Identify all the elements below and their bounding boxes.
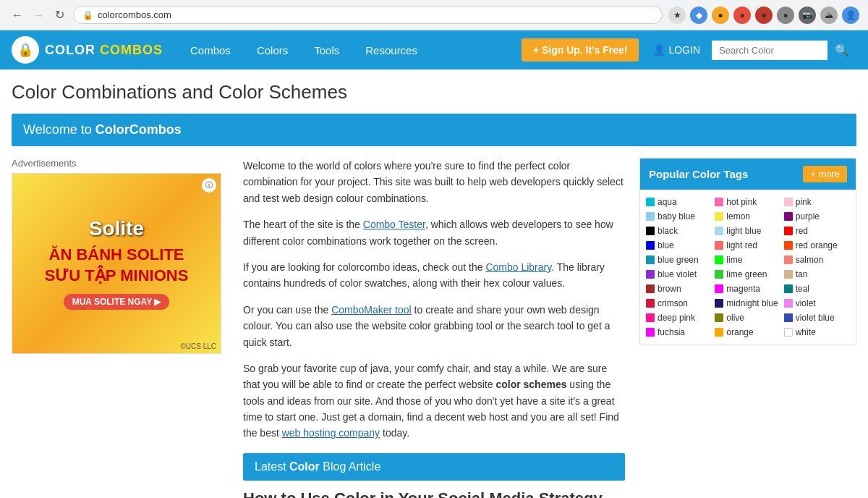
content-text: Welcome to the world of colors where you… [243, 158, 625, 442]
tag-item[interactable]: tan [784, 268, 850, 281]
tag-item[interactable]: brown [646, 282, 712, 295]
tag-item[interactable]: lemon [715, 210, 780, 223]
tag-label: pink [796, 197, 812, 207]
ad-info-icon[interactable]: ⓘ [202, 178, 216, 193]
tag-swatch [646, 212, 655, 221]
ext-icon-6[interactable]: 📷 [799, 7, 816, 24]
tag-item[interactable]: hot pink [715, 195, 780, 208]
tag-item[interactable]: blue [646, 239, 712, 252]
tag-item[interactable]: violet [784, 297, 850, 310]
bookmark-icon[interactable]: ★ [668, 7, 686, 24]
combo-library-link[interactable]: Combo Library [485, 261, 551, 273]
tags-grid: aquahot pinkpinkbaby bluelemonpurpleblac… [640, 190, 856, 345]
navbar: 🔒 COLOR COMBOs Combos Colors Tools Resou… [0, 30, 868, 69]
blog-title[interactable]: How to Use Color in Your Social Media St… [243, 489, 625, 498]
main-layout: Advertisements ⓘ Solite ĂN BÁNH SOLITESƯ… [12, 158, 856, 498]
tag-label: tan [796, 269, 808, 279]
tag-item[interactable]: lime green [715, 268, 780, 281]
tag-item[interactable]: orange [715, 326, 780, 339]
ad-ucs: ©UCS LLC [180, 342, 216, 350]
signup-button[interactable]: + Sign Up. It's Free! [522, 38, 639, 62]
ext-icon-7[interactable]: ⛰ [820, 7, 838, 24]
profile-icon[interactable]: 👤 [842, 7, 859, 24]
nav-tools[interactable]: Tools [301, 30, 352, 69]
tag-swatch [646, 299, 655, 308]
tag-label: blue [658, 240, 674, 250]
tag-item[interactable]: teal [784, 282, 850, 295]
ads-label: Advertisements [12, 158, 229, 169]
combo-maker-link[interactable]: ComboMaker tool [331, 304, 412, 316]
nav-combos[interactable]: Combos [177, 30, 244, 69]
tag-item[interactable]: midnight blue [715, 297, 780, 310]
ext-icon-2[interactable]: ● [712, 7, 729, 24]
welcome-plain: Welcome to [23, 122, 95, 137]
latest-bold: Color [289, 460, 320, 473]
tag-item[interactable]: magenta [715, 282, 780, 295]
tag-item[interactable]: crimson [646, 297, 712, 310]
tag-label: lemon [726, 211, 750, 221]
tag-swatch [784, 198, 793, 206]
tag-item[interactable]: purple [784, 210, 850, 223]
tag-item[interactable]: deep pink [646, 311, 712, 324]
url-text: colorcombos.com [98, 9, 171, 20]
tag-item[interactable]: olive [715, 311, 780, 324]
tag-swatch [784, 313, 793, 322]
browser-nav[interactable]: ← → ↻ [9, 7, 67, 23]
tag-item[interactable]: aqua [646, 195, 712, 208]
tag-item[interactable]: salmon [784, 253, 850, 266]
logo-area[interactable]: 🔒 COLOR COMBOs [12, 36, 163, 64]
login-area[interactable]: 👤 LOGIN [653, 44, 700, 56]
tag-swatch [646, 256, 655, 264]
tag-swatch [784, 241, 793, 250]
nav-links: Combos Colors Tools Resources [177, 30, 430, 69]
tag-swatch [715, 284, 723, 293]
tag-swatch [784, 227, 793, 235]
tag-label: light blue [726, 226, 761, 236]
tag-item[interactable]: white [784, 326, 850, 339]
forward-button[interactable]: → [30, 7, 48, 23]
latest-rest: Blog Article [320, 460, 380, 473]
tag-item[interactable]: lime [715, 253, 780, 266]
tag-item[interactable]: light blue [715, 224, 780, 237]
nav-resources[interactable]: Resources [352, 30, 430, 69]
tag-label: red [796, 226, 808, 236]
more-button[interactable]: + more [803, 166, 847, 182]
tag-item[interactable]: violet blue [784, 311, 850, 324]
nav-colors[interactable]: Colors [244, 30, 301, 69]
back-button[interactable]: ← [9, 7, 26, 23]
ext-icon-3[interactable]: ● [733, 7, 751, 24]
tag-item[interactable]: blue violet [646, 268, 712, 281]
search-area[interactable]: 🔍 [712, 39, 856, 62]
tag-item[interactable]: blue green [646, 253, 712, 266]
tag-item[interactable]: red orange [784, 239, 850, 252]
latest-plain: Latest [255, 460, 289, 473]
hosting-link[interactable]: web hosting company [282, 427, 380, 439]
popular-tags-title: Popular Color Tags [649, 168, 748, 180]
tag-swatch [715, 198, 723, 206]
ad-cta[interactable]: MUA SOLITE NGAY ▶ [64, 294, 170, 310]
tag-label: fuchsia [658, 327, 685, 337]
tag-item[interactable]: light red [715, 239, 780, 252]
tag-item[interactable]: black [646, 224, 712, 237]
reload-button[interactable]: ↻ [52, 7, 67, 23]
tag-item[interactable]: pink [784, 195, 850, 208]
search-button[interactable]: 🔍 [827, 39, 856, 62]
tag-item[interactable]: red [784, 224, 850, 237]
ad-brand: Solite [89, 217, 144, 240]
right-column: Popular Color Tags + more aquahot pinkpi… [639, 158, 856, 498]
combo-tester-link[interactable]: Combo Tester [363, 219, 425, 230]
tag-label: baby blue [658, 211, 695, 221]
tag-label: magenta [726, 284, 760, 294]
tag-item[interactable]: baby blue [646, 210, 712, 223]
ext-icon-5[interactable]: ● [777, 7, 794, 24]
search-input[interactable] [712, 41, 827, 60]
paragraph-3: If you are looking for colorcombo ideas,… [243, 259, 625, 292]
ad-text: ĂN BÁNH SOLITESƯU TẬP MINIONS [45, 245, 189, 286]
tag-swatch [784, 299, 793, 308]
latest-banner: Latest Color Blog Article [243, 453, 625, 481]
tag-label: salmon [796, 255, 824, 265]
ext-icon-4[interactable]: ● [755, 7, 773, 24]
tag-item[interactable]: fuchsia [646, 326, 712, 339]
ext-icon-1[interactable]: ◆ [690, 7, 707, 24]
address-bar[interactable]: 🔒 colorcombos.com [73, 6, 663, 24]
